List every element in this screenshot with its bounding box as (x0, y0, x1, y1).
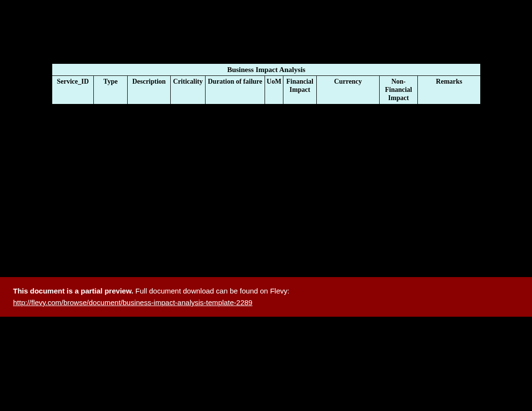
document-stage: Business Impact Analysis Service_ID Type… (0, 0, 532, 411)
preview-banner-rest: Full document download can be found on F… (133, 287, 290, 295)
col-uom: UoM (265, 76, 283, 104)
bia-header-row: Service_ID Type Description Criticality … (52, 76, 481, 104)
preview-banner-strong: This document is a partial preview. (13, 287, 133, 295)
col-duration: Duration of failure (206, 76, 265, 104)
bia-table: Business Impact Analysis Service_ID Type… (52, 63, 481, 104)
col-description: Description (128, 76, 171, 104)
col-criticality: Criticality (171, 76, 206, 104)
preview-banner: This document is a partial preview. Full… (0, 277, 532, 317)
col-currency: Currency (317, 76, 380, 104)
bia-table-wrap: Business Impact Analysis Service_ID Type… (52, 63, 480, 104)
col-service-id: Service_ID (52, 76, 94, 104)
col-type: Type (94, 76, 128, 104)
bia-title-row: Business Impact Analysis (52, 64, 481, 76)
preview-banner-link[interactable]: http://flevy.com/browse/document/busines… (13, 298, 252, 307)
col-non-financial-impact: Non-Financial Impact (380, 76, 418, 104)
bia-title-cell: Business Impact Analysis (52, 64, 481, 76)
col-remarks: Remarks (418, 76, 481, 104)
col-financial-impact: Financial Impact (283, 76, 317, 104)
